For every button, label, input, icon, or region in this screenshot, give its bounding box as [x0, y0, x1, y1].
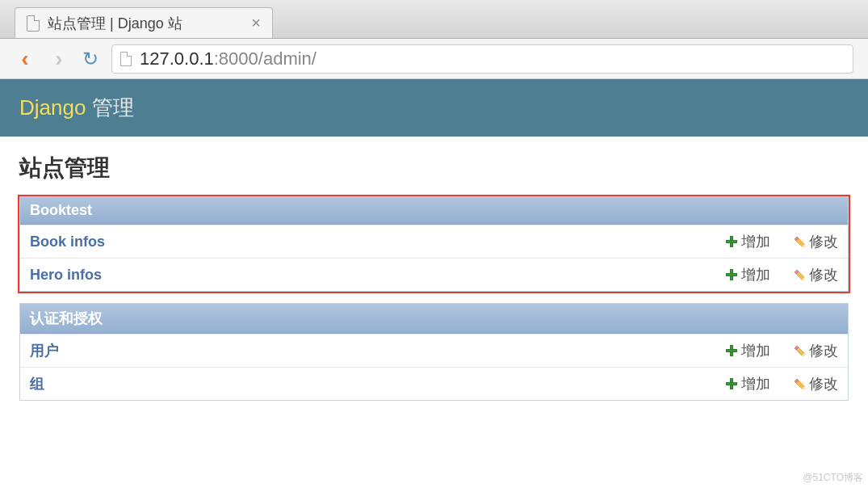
change-label: 修改 [809, 374, 838, 393]
module-caption[interactable]: Booktest [20, 197, 848, 225]
plus-icon [725, 235, 738, 248]
plus-icon [725, 344, 738, 357]
row-actions: 增加 修改 [725, 341, 838, 360]
add-label: 增加 [741, 341, 770, 360]
forward-button: › [48, 48, 69, 69]
plus-icon [725, 268, 738, 281]
add-label: 增加 [741, 374, 770, 393]
model-row: Hero infos 增加 修改 [20, 258, 848, 291]
browser-tab[interactable]: 站点管理 | Django 站 × [15, 7, 273, 38]
add-label: 增加 [741, 232, 770, 251]
model-link-book-infos[interactable]: Book infos [30, 233, 725, 250]
tab-title: 站点管理 | Django 站 [48, 14, 182, 33]
browser-tab-strip: 站点管理 | Django 站 × [0, 0, 868, 39]
brand-suffix: 管理 [86, 95, 133, 120]
pencil-icon [793, 268, 806, 281]
module-caption[interactable]: 认证和授权 [20, 304, 848, 334]
change-link[interactable]: 修改 [793, 374, 838, 393]
pencil-icon [793, 377, 806, 390]
page-icon [27, 15, 40, 32]
change-link[interactable]: 修改 [793, 341, 838, 360]
brand-title: Django 管理 [19, 94, 849, 122]
change-label: 修改 [809, 341, 838, 360]
add-label: 增加 [741, 265, 770, 284]
address-bar[interactable]: 127.0.0.1:8000/admin/ [111, 44, 853, 74]
change-link[interactable]: 修改 [793, 232, 838, 251]
add-link[interactable]: 增加 [725, 374, 770, 393]
change-label: 修改 [809, 265, 838, 284]
brand-prefix: Django [19, 95, 86, 120]
row-actions: 增加 修改 [725, 232, 838, 251]
pencil-icon [793, 344, 806, 357]
browser-toolbar: ‹ › ↻ 127.0.0.1:8000/admin/ [0, 39, 868, 79]
reload-button[interactable]: ↻ [82, 48, 99, 70]
page-title: 站点管理 [19, 153, 849, 183]
model-row: 组 增加 修改 [20, 367, 848, 400]
back-button[interactable]: ‹ [15, 48, 36, 69]
add-link[interactable]: 增加 [725, 265, 770, 284]
change-link[interactable]: 修改 [793, 265, 838, 284]
content-area: 站点管理 Booktest Book infos 增加 修改 Hero info… [0, 137, 868, 428]
model-row: 用户 增加 修改 [20, 334, 848, 367]
pencil-icon [793, 235, 806, 248]
url-path: :8000/admin/ [214, 48, 317, 69]
django-header: Django 管理 [0, 79, 868, 137]
plus-icon [725, 377, 738, 390]
model-link-users[interactable]: 用户 [30, 341, 725, 360]
model-link-hero-infos[interactable]: Hero infos [30, 267, 725, 284]
watermark: @51CTO博客 [803, 471, 863, 485]
row-actions: 增加 修改 [725, 265, 838, 284]
module-auth: 认证和授权 用户 增加 修改 组 增加 [19, 303, 849, 401]
model-row: Book infos 增加 修改 [20, 225, 848, 258]
page-icon [120, 52, 132, 66]
change-label: 修改 [809, 232, 838, 251]
url-host: 127.0.0.1 [140, 48, 214, 69]
module-booktest: Booktest Book infos 增加 修改 Hero infos 增加 [19, 196, 849, 292]
model-link-groups[interactable]: 组 [30, 374, 725, 393]
close-icon[interactable]: × [251, 14, 261, 32]
url-text: 127.0.0.1:8000/admin/ [140, 48, 317, 69]
add-link[interactable]: 增加 [725, 232, 770, 251]
row-actions: 增加 修改 [725, 374, 838, 393]
add-link[interactable]: 增加 [725, 341, 770, 360]
